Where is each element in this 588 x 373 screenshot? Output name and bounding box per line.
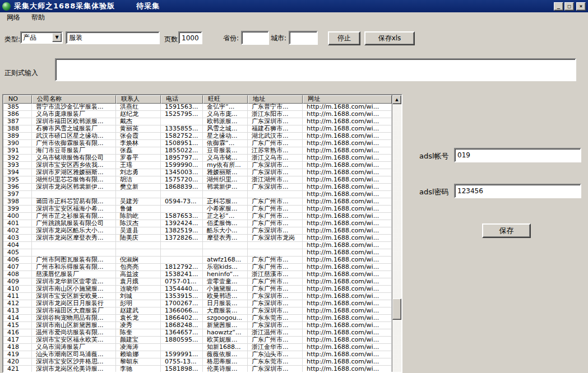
table-row[interactable]: 402深圳市龙岗区酷乐大小...吴道县1382519...酷乐大小...广东深圳… — [3, 227, 392, 235]
table-row[interactable]: 388石狮市风雪之城服装厂黄丽英1335855...风雪之城...福建石狮市..… — [3, 125, 392, 133]
table-row[interactable]: 408慈溪唇忆服装厂高益波1538241...heninfo“...浙江慈溪市.… — [3, 271, 392, 278]
cell-wangwang — [203, 249, 248, 257]
maximize-button[interactable]: □ — [564, 2, 574, 11]
table-row[interactable]: 418义乌市润涛服装厂凌海涛知新1688...浙江金华市...http://m.… — [3, 344, 392, 351]
cell-phone: 1345003... — [161, 169, 203, 176]
table-row[interactable]: 401广州跳跳鼠服装有限公司陈汉杰1392424...佰柔服饰...广东广州市.… — [3, 220, 392, 227]
table-row[interactable]: 386义乌市庞康服装厂赵纪龙1525795...义乌市庞...浙江东阳市...h… — [3, 111, 392, 118]
table-row[interactable]: 412深圳市龙岗区日月服装行彭明1700267...日月服装...广东深圳市..… — [3, 300, 392, 307]
table-row[interactable]: 391海门市豆哥服装厂张磊1855022...豆哥服装...江苏常熟市...ht… — [3, 147, 392, 155]
table-row[interactable]: 389武汉市硚口区星之缘动...张会霞1582752...星之缘动...湖北武汉… — [3, 133, 392, 140]
cell-phone: 1880595... — [161, 337, 203, 344]
cell-contact — [116, 249, 161, 257]
pages-input[interactable] — [178, 31, 202, 44]
adsl-save-button[interactable]: 保存 — [482, 223, 531, 238]
cell-company: 慈溪唇忆服装厂 — [32, 271, 116, 278]
chevron-down-icon[interactable]: ▼ — [52, 33, 62, 42]
cell-phone: 1354440... — [161, 286, 203, 293]
save-xls-button[interactable]: 保存xls — [364, 31, 415, 45]
menu-help[interactable]: 帮助 — [27, 12, 49, 23]
column-header-phone[interactable]: 电话 — [161, 95, 203, 104]
table-row[interactable]: 397http://m.1688.com/wi... — [3, 191, 392, 198]
scroll-up-icon[interactable]: ▲ — [392, 95, 401, 104]
cell-wangwang: 正科芯服... — [203, 198, 248, 206]
cell-url: http://m.1688.com/wi... — [303, 286, 392, 293]
cell-company: 深圳市宝安区福海小希... — [32, 206, 116, 213]
title-bar[interactable]: 采集大师之1688采集体验版 待采集 _ □ × — [0, 0, 588, 12]
table-row[interactable]: 415深圳市南山区新黛茜服...凌秀1868248...新黛茜服...广东深圳市… — [3, 322, 392, 329]
menu-network[interactable]: 网络 — [2, 12, 25, 23]
table-row[interactable]: 394深圳市罗湖区雅嫒丽斯...刘志勇1345003...雅嫒丽斯...广东深圳… — [3, 169, 392, 176]
cell-address: 广东广州市... — [248, 198, 303, 206]
table-row[interactable]: 387深圳市福田区欧韩派服...戴杰欧韩派服...广东深圳市...http://… — [3, 118, 392, 125]
cell-phone: 0757-01... — [161, 278, 203, 286]
cell-url: http://m.1688.com/wi... — [303, 206, 392, 213]
cell-phone: 1525795... — [161, 111, 203, 118]
adsl-password-input[interactable] — [454, 184, 581, 198]
column-header-contact[interactable]: 联系人 — [116, 95, 161, 104]
table-row[interactable]: 409深圳市龙华新区壹零壹...袁月娥0757-01...壹零壹童...广东广州… — [3, 278, 392, 286]
cell-phone: 1591563... — [161, 104, 203, 111]
table-row[interactable]: 400广州市芷之衫服装有限...陈韵屹1587653...芷之衫“...广东广州… — [3, 213, 392, 220]
cell-company: 深圳市龙岗区韩裳新伊... — [32, 184, 116, 191]
adsl-account-input[interactable] — [454, 148, 581, 162]
column-header-address[interactable]: 地址 — [248, 95, 303, 104]
cell-address: 广东普宁市... — [248, 104, 303, 111]
column-header-wangwang[interactable]: 旺旺 — [203, 95, 248, 104]
stop-button[interactable]: 停止 — [328, 31, 360, 45]
cell-address: 广东深圳市... — [248, 300, 303, 307]
table-row[interactable]: 419汕头市潮南区司马浦薇...赖瑜娜1599991...薇薇依服...广东汕头… — [3, 351, 392, 358]
table-row[interactable]: 417深圳市宝安区福永欧芙...颜建宝1880595...欧芙妮服...广东广州… — [3, 337, 392, 344]
table-row[interactable]: 420深圳市宝安区沙井格思...黎朝东0755-13...格思蒂服...广东东莞… — [3, 358, 392, 366]
city-input[interactable] — [289, 31, 318, 45]
cell-phone: 1866402... — [161, 315, 203, 322]
table-row[interactable]: 392义乌市铭琅服饰有限公司罗春平1895797...义乌市铭...浙江义乌市.… — [3, 155, 392, 162]
cell-no: 415 — [3, 322, 32, 329]
table-row[interactable]: 393深圳市宝安区西乡依我...王瑶1599990...my依有所...广东深圳… — [3, 162, 392, 169]
table-row[interactable]: 395湖州织里芯芯服饰有限...胡洁1575720...湖州织里...浙江湖州市… — [3, 176, 392, 184]
cell-wangwang: 义乌市庞... — [203, 111, 248, 118]
regex-input[interactable] — [55, 58, 576, 81]
cell-contact: 陈奎 — [116, 329, 161, 337]
cell-company: 深圳市宝安区西乡依我... — [32, 162, 116, 169]
column-header-no[interactable]: NO — [3, 95, 32, 104]
cell-phone: 0594-73... — [161, 198, 203, 206]
table-row[interactable]: 407广州市和乐得服装有限...包亮亮1812792...乐宿kids...广东… — [3, 264, 392, 271]
vertical-scrollbar[interactable]: ▲ — [392, 95, 401, 372]
table-row[interactable]: 411深圳市宝安区新安欧曼...刘城1353915...欧曼韩语...广东深圳市… — [3, 293, 392, 300]
minimize-button[interactable]: _ — [554, 2, 563, 11]
table-row[interactable]: 385普宁市流沙金弘宇服装...洪燕红1591563...金弘宇“...广东普宁… — [3, 104, 392, 111]
scrollbar-thumb[interactable] — [392, 299, 401, 320]
cell-address: 广东广州市... — [248, 140, 303, 147]
table-row[interactable]: 414深圳谷狗宠物用品有限...袁长龙1866402...szgoogou...… — [3, 315, 392, 322]
cell-no: 410 — [3, 286, 32, 293]
table-row[interactable]: 405http://m.1688.com/wi... — [3, 249, 392, 257]
table-row[interactable]: 410深圳市南山区小施黛服...连晓华1354440...小施黛服...广东广州… — [3, 286, 392, 293]
cell-no: 411 — [3, 293, 32, 300]
table-row[interactable]: 396深圳市龙岗区韩裳新伊...樊立新1868839...韩裳新伊...广东深圳… — [3, 184, 392, 191]
column-header-company[interactable]: 公司名称 — [32, 95, 116, 104]
cell-contact: 倪淑娴 — [116, 257, 161, 264]
table-row[interactable]: 404http://m.1688.com/wi... — [3, 242, 392, 249]
table-row[interactable]: 406广州市阿图瓦服装有限...倪淑娴atwfz168...广东广州市...ht… — [3, 257, 392, 264]
close-button[interactable]: × — [576, 2, 586, 11]
cell-phone — [161, 242, 203, 249]
cell-contact: 张会霞 — [116, 133, 161, 140]
province-input[interactable] — [241, 31, 269, 45]
table-row[interactable]: 398莆田市正科芯贸易有限...吴建芳0594-73...正科芯服...广东广州… — [3, 198, 392, 206]
table-row[interactable]: 421深圳市龙岗区伦美诗服...李驰1581898...伦美诗服...广东深圳市… — [3, 366, 392, 372]
city-label: 城市: — [271, 34, 286, 43]
table-row[interactable]: 416温州市爱尚坊服装有限...陈奎1364657...haowztz“...浙… — [3, 329, 392, 337]
cell-phone: 1582752... — [161, 133, 203, 140]
table-row[interactable]: 403深圳市龙岗区摩登衣秀...陆美庆1372826...摩登衣秀...广东深圳… — [3, 235, 392, 242]
table-row[interactable]: 399深圳市宝安区福海小希...鲁健小希家服...广东广州市...http://… — [3, 206, 392, 213]
cell-company: 深圳市龙岗区伦美诗服... — [32, 366, 116, 372]
keyword-input[interactable] — [66, 31, 160, 44]
cell-phone: 1599990... — [161, 162, 203, 169]
cell-wangwang: 韩裳新伊... — [203, 184, 248, 191]
table-row[interactable]: 413深圳市福田区大鹿服装厂赵建武1366066...大鹿服装...广东深圳市.… — [3, 307, 392, 315]
type-select[interactable]: 产品 ▼ — [20, 31, 63, 44]
table-row[interactable]: 390广州市依御霖服装有限...李焕林1508951...依御霖“...广东广州… — [3, 140, 392, 147]
cell-url: http://m.1688.com/wi... — [303, 125, 392, 133]
column-header-url[interactable]: 网址 — [303, 95, 392, 104]
